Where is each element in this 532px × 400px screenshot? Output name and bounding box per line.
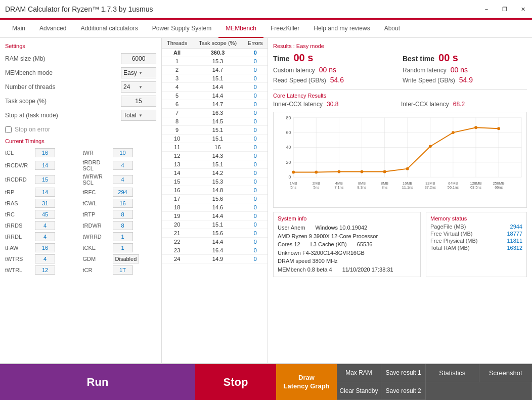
main-content: Settings RAM size (Mb) 6000 MEMbench mod…: [0, 38, 532, 364]
run-button[interactable]: Run: [0, 364, 195, 400]
bench-scope-0: 360.3: [192, 49, 243, 57]
svg-text:8.3ns: 8.3ns: [358, 185, 367, 190]
nav-help[interactable]: Help and my reviews: [306, 20, 377, 38]
nav-main[interactable]: Main: [5, 20, 32, 38]
bench-errors-17: 0: [243, 195, 268, 203]
timing-trfc: tRFC 294: [83, 188, 157, 197]
inner-ccx-item: Inner-CCX latency 30.8: [273, 101, 399, 108]
bench-scope-19: 14.4: [192, 212, 243, 220]
write-speed-val: 54.9: [459, 76, 473, 84]
nav-membench[interactable]: MEMbench: [218, 20, 263, 38]
bench-row-23: 2316.40: [162, 246, 268, 255]
bench-scope-14: 14.2: [192, 169, 243, 177]
nav-power-supply[interactable]: Power Supply System: [145, 20, 218, 38]
bench-row-24: 2414.90: [162, 255, 268, 263]
bench-thread-14: 14: [162, 169, 192, 177]
read-speed-item: Read Speed (GB/s) 54.6: [273, 76, 397, 84]
minimize-button[interactable]: −: [477, 0, 496, 18]
timing-tcr: tCR 1T: [83, 265, 157, 275]
bench-row-1: 115.30: [162, 57, 268, 66]
window-controls: − ❐ ✕: [477, 0, 532, 18]
nav-bar: Main Advanced Additional calculators Pow…: [0, 20, 532, 38]
trfc-val: 294: [113, 188, 133, 197]
time-item: Time 00 s: [273, 52, 397, 64]
bench-thread-18: 18: [162, 203, 192, 212]
statistics-button[interactable]: Statistics: [426, 364, 479, 382]
stop-on-error-checkbox[interactable]: [5, 126, 12, 133]
max-ram-button[interactable]: Max RAM: [337, 364, 381, 382]
stop-at-select[interactable]: Total ▼: [121, 110, 156, 121]
nav-about[interactable]: About: [377, 20, 407, 38]
clear-standby-button[interactable]: Clear Standby: [337, 382, 381, 401]
tcr-label: tCR: [83, 267, 111, 273]
tcwl-val: 16: [113, 199, 133, 208]
bench-errors-5: 0: [243, 92, 268, 100]
task-scope-value[interactable]: 15: [121, 96, 156, 107]
bench-scope-8: 14.5: [192, 117, 243, 126]
save-result2-button[interactable]: Save result 2: [381, 382, 426, 401]
svg-text:63.5ns: 63.5ns: [470, 185, 481, 190]
timing-trrdl: tRRDL 4: [5, 232, 79, 241]
nav-freezkiller[interactable]: FreezKiller: [263, 20, 306, 38]
num-threads-select[interactable]: 24 ▼: [121, 81, 156, 93]
stop-button[interactable]: Stop: [195, 364, 276, 400]
gdm-val: Disabled: [113, 254, 140, 263]
screenshot-button[interactable]: Screenshot: [479, 364, 532, 382]
cpu-value: AMD Ryzen 9 3900X 12-Core Processor: [278, 232, 416, 241]
timing-trcdwr: tRCDWR 14: [5, 159, 79, 171]
btn-group-right: Max RAM Save result 1 Statistics Screens…: [337, 364, 532, 400]
bench-thread-12: 12: [162, 152, 192, 160]
draw-latency-button[interactable]: DrawLatency Graph: [276, 364, 337, 400]
bench-thread-22: 22: [162, 238, 192, 246]
timing-trp: tRP 14: [5, 188, 79, 197]
bench-scope-17: 15.6: [192, 195, 243, 203]
bench-row-4: 414.40: [162, 83, 268, 92]
bench-scope-10: 15.1: [192, 135, 243, 143]
col-threads: Threads: [162, 38, 192, 49]
chart-dot: [452, 131, 455, 134]
bench-errors-6: 0: [243, 100, 268, 109]
bench-thread-10: 10: [162, 135, 192, 143]
membench-mode-select[interactable]: Easy ▼: [121, 67, 156, 78]
svg-text:20: 20: [286, 160, 291, 165]
ram-size-value[interactable]: 6000: [121, 53, 156, 64]
time-val: 00 s: [293, 52, 313, 64]
time-label: Time: [273, 55, 289, 63]
bench-errors-13: 0: [243, 160, 268, 169]
bench-scope-24: 14.9: [192, 255, 243, 263]
timing-twrrd: tWRRD 1: [83, 232, 157, 241]
svg-text:8ns: 8ns: [382, 185, 388, 190]
bench-row-7: 716.30: [162, 109, 268, 117]
nav-advanced[interactable]: Advanced: [32, 20, 73, 38]
bench-errors-7: 0: [243, 109, 268, 117]
bench-thread-17: 17: [162, 195, 192, 203]
bench-row-12: 1214.30: [162, 152, 268, 160]
restore-button[interactable]: ❐: [496, 0, 514, 18]
results-mode-label: Results : Easy mode: [273, 43, 527, 49]
bench-errors-4: 0: [243, 83, 268, 92]
stop-at-label: Stop at (task mode): [5, 112, 117, 119]
chart-line: [293, 127, 499, 172]
close-button[interactable]: ✕: [514, 0, 532, 18]
col-errors: Errors: [243, 38, 268, 49]
bench-errors-23: 0: [243, 246, 268, 255]
chart-container: 80 60 40 20 0 1MB 5ns 2MB 5ns 4MB 7.1ns …: [273, 112, 527, 208]
results-top: Time 00 s Best time 00 s Custom latency …: [273, 52, 527, 84]
timing-trdwr: tRDWR 8: [83, 221, 157, 230]
trrdl-val: 4: [35, 232, 55, 241]
read-speed-val: 54.6: [330, 76, 344, 84]
bench-scope-5: 14.4: [192, 92, 243, 100]
inter-ccx-val: 68.2: [453, 101, 465, 108]
trdrd-val: 4: [113, 161, 133, 170]
nav-additional[interactable]: Additional calculators: [73, 20, 145, 38]
chart-dot: [337, 170, 340, 173]
trp-val: 14: [35, 188, 55, 197]
timing-twrwr: tWRWR SCL 4: [83, 173, 157, 186]
free-physical-label: Free Physical (MB): [430, 238, 490, 244]
svg-text:56.1ns: 56.1ns: [448, 185, 459, 190]
bench-thread-15: 15: [162, 177, 192, 186]
inter-ccx-item: Inter-CCX latency 68.2: [401, 101, 527, 108]
save-result1-button[interactable]: Save result 1: [381, 364, 426, 382]
bench-scope-7: 16.3: [192, 109, 243, 117]
info-row: System info User Anem Windows 10.0.19042…: [273, 212, 527, 277]
